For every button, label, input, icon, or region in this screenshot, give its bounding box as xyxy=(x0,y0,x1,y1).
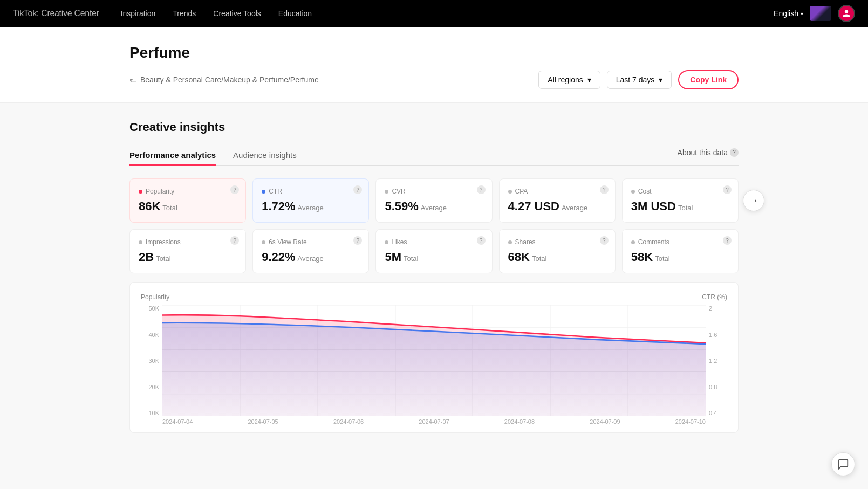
metric-label-text: Likes xyxy=(392,238,407,246)
metric-label: 6s View Rate xyxy=(262,238,360,246)
region-label: All regions xyxy=(548,75,583,84)
metric-suffix: Total xyxy=(404,254,418,263)
metric-dot xyxy=(631,190,635,194)
language-selector[interactable]: English ▾ xyxy=(774,9,803,18)
metric-dot xyxy=(385,240,388,244)
metric-info-icon[interactable]: ? xyxy=(230,185,239,194)
nav-creative-tools[interactable]: Creative Tools xyxy=(213,9,261,18)
metric-label: Comments xyxy=(631,238,729,246)
x-label-1: 2024-07-05 xyxy=(248,418,278,425)
metric-label-text: Shares xyxy=(515,238,536,246)
metric-dot xyxy=(385,190,388,194)
date-selector[interactable]: Last 7 days ▾ xyxy=(607,71,672,89)
user-icon xyxy=(842,9,851,18)
page-header: Perfume 🏷 Beauty & Personal Care/Makeup … xyxy=(0,27,868,103)
metric-dot xyxy=(631,240,635,244)
metric-suffix: Average xyxy=(421,204,447,212)
avatar-button[interactable] xyxy=(838,5,855,22)
metric-info-icon[interactable]: ? xyxy=(723,236,732,245)
main-content: Creative insights Performance analytics … xyxy=(0,103,868,450)
x-label-5: 2024-07-09 xyxy=(590,418,620,425)
metric-suffix: Total xyxy=(678,204,693,212)
brand-tiktok: TikTok xyxy=(13,9,37,18)
metric-label: Likes xyxy=(385,238,483,246)
nav-links: Inspiration Trends Creative Tools Educat… xyxy=(121,9,774,18)
brand-logo[interactable]: TikTok: Creative Center xyxy=(13,9,99,18)
nav-inspiration[interactable]: Inspiration xyxy=(121,9,156,18)
tag-icon: 🏷 xyxy=(129,75,137,84)
metric-dot xyxy=(508,240,512,244)
chart-y-label-right: CTR (%) xyxy=(702,293,727,301)
metric-dot xyxy=(508,190,512,194)
metric-label-text: CPA xyxy=(515,188,528,195)
metric-suffix: Total xyxy=(156,254,170,263)
metric-card-cpa: CPA 4.27 USDAverage ? xyxy=(499,178,616,223)
chart-svg-wrapper: 2024-07-04 2024-07-05 2024-07-06 2024-07… xyxy=(162,305,706,429)
chart-container: Popularity CTR (%) 50K 40K 30K 20K 10K xyxy=(129,282,739,433)
breadcrumb-text: Beauty & Personal Care/Makeup & Perfume/… xyxy=(140,75,319,84)
metric-card-likes: Likes 5MTotal ? xyxy=(375,229,492,273)
navbar: TikTok: Creative Center Inspiration Tren… xyxy=(0,0,868,27)
metric-card-popularity: Popularity 86KTotal ? xyxy=(129,178,246,223)
y-right-16: 1.6 xyxy=(709,332,717,338)
breadcrumb: 🏷 Beauty & Personal Care/Makeup & Perfum… xyxy=(129,75,319,84)
y-right-12: 1.2 xyxy=(709,357,717,364)
metric-label: Shares xyxy=(508,238,606,246)
region-selector[interactable]: All regions ▾ xyxy=(538,71,600,89)
metric-value: 3M USDTotal xyxy=(631,199,729,213)
metric-label-text: Popularity xyxy=(146,188,174,195)
brand-sub: : Creative Center xyxy=(37,9,99,18)
metric-value: 5.59%Average xyxy=(385,199,483,213)
x-label-3: 2024-07-07 xyxy=(419,418,449,425)
metric-info-icon[interactable]: ? xyxy=(477,236,486,245)
metrics-row-1-wrapper: Popularity 86KTotal ? CTR 1.72%Average ?… xyxy=(129,178,739,223)
metric-value: 1.72%Average xyxy=(262,199,360,213)
metric-info-icon[interactable]: ? xyxy=(600,185,609,194)
metric-label: CTR xyxy=(262,188,360,195)
metric-value: 5MTotal xyxy=(385,250,483,264)
metric-value: 68KTotal xyxy=(508,250,606,264)
metric-info-icon[interactable]: ? xyxy=(353,185,362,194)
page-meta: 🏷 Beauty & Personal Care/Makeup & Perfum… xyxy=(129,70,739,89)
tab-audience-insights[interactable]: Audience insights xyxy=(233,145,297,165)
x-label-6: 2024-07-10 xyxy=(675,418,706,425)
metric-card-6s-view-rate: 6s View Rate 9.22%Average ? xyxy=(252,229,369,273)
metric-dot xyxy=(139,190,142,194)
metric-suffix: Total xyxy=(162,204,177,212)
y-axis-left: 50K 40K 30K 20K 10K xyxy=(141,305,162,429)
metric-card-comments: Comments 58KTotal ? xyxy=(622,229,739,273)
info-icon: ? xyxy=(730,148,739,157)
copy-link-button[interactable]: Copy Link xyxy=(678,70,739,89)
metric-value: 58KTotal xyxy=(631,250,729,264)
tab-performance-analytics[interactable]: Performance analytics xyxy=(129,145,216,165)
x-label-0: 2024-07-04 xyxy=(162,418,193,425)
nav-trends[interactable]: Trends xyxy=(173,9,196,18)
nav-education[interactable]: Education xyxy=(278,9,312,18)
date-label: Last 7 days xyxy=(616,75,655,84)
metric-value: 86KTotal xyxy=(139,199,237,213)
metric-label-text: 6s View Rate xyxy=(269,238,306,246)
metric-info-icon[interactable]: ? xyxy=(600,236,609,245)
metric-label-text: Comments xyxy=(638,238,669,246)
y-right-04: 0.4 xyxy=(709,410,717,416)
ctr-area xyxy=(162,323,706,416)
metric-info-icon[interactable]: ? xyxy=(353,236,362,245)
metric-card-cost: Cost 3M USDTotal ? xyxy=(622,178,739,223)
language-label: English xyxy=(774,9,798,18)
metric-suffix: Average xyxy=(298,254,324,263)
about-data-label: About this data xyxy=(678,148,728,157)
y-left-40k: 40K xyxy=(148,332,159,338)
about-data-link[interactable]: About this data ? xyxy=(678,148,739,162)
tabs-bar: Performance analytics Audience insights … xyxy=(129,145,739,166)
metrics-row-1: Popularity 86KTotal ? CTR 1.72%Average ?… xyxy=(129,178,739,223)
metric-value: 2BTotal xyxy=(139,250,237,264)
metric-card-impressions: Impressions 2BTotal ? xyxy=(129,229,246,273)
theme-toggle-button[interactable] xyxy=(810,6,831,21)
metric-info-icon[interactable]: ? xyxy=(723,185,732,194)
next-arrow-button[interactable]: → xyxy=(743,190,764,211)
metric-info-icon[interactable]: ? xyxy=(230,236,239,245)
metric-suffix: Average xyxy=(298,204,324,212)
metric-info-icon[interactable]: ? xyxy=(477,185,486,194)
chart-body: 50K 40K 30K 20K 10K xyxy=(141,305,727,429)
chart-svg xyxy=(162,305,706,416)
